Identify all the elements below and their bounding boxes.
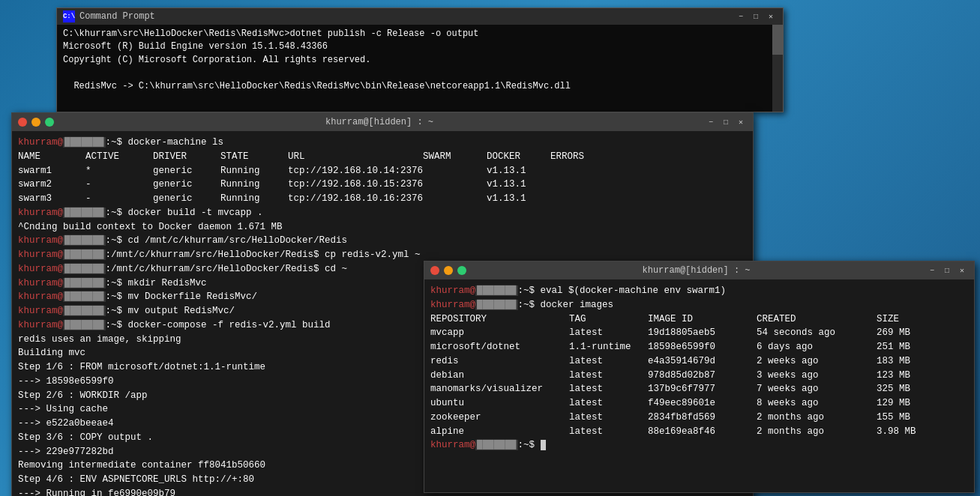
ubuntu-small-maximize-button[interactable]: □ [941,265,953,276]
cmd-line-2: Microsoft (R) Build Engine version 15.1.… [63,40,777,53]
cmd-content: C:\khurram\src\HelloDocker\Redis\RedisMv… [57,25,783,112]
ubuntu-minimize-button[interactable]: − [705,117,717,127]
final-prompt: khurram@███████:~$ [430,438,968,453]
image-row-redis: redislateste4a35914679d2 weeks ago183 MB [430,354,968,369]
maximize-button[interactable]: □ [750,11,762,22]
cmd-line-3: Copyright (C) Microsoft Corporation. All… [63,54,777,67]
titlebar-controls[interactable]: − □ ✕ [735,11,777,22]
cmd-cp-redis-yml: khurram@███████:/mnt/c/khurram/src/Hello… [18,248,747,262]
cmd-docker-build: khurram@███████:~$ docker build -t mvcap… [18,206,747,220]
ubuntu-small-dots [430,266,466,275]
cmd-line-5: RedisMvc -> C:\khurram\src\HelloDocker\R… [63,80,777,93]
ubuntu-main-titlebar: khurram@[hidden] : ~ − □ ✕ [12,113,753,131]
minimize-dot-small[interactable] [444,266,453,275]
ubuntu-close-button[interactable]: ✕ [735,117,747,127]
close-dot[interactable] [18,118,27,127]
titlebar-left: C:\ Command Prompt [63,10,155,22]
cmd-docker-images: khurram@███████:~$ docker images [430,298,968,312]
minimize-dot[interactable] [31,118,40,127]
ubuntu-small-titlebar: khurram@[hidden] : ~ − □ ✕ [424,261,974,279]
cmd-docker-machine-ls: khurram@███████:~$ docker-machine ls [18,136,747,150]
cmd-title: Command Prompt [79,11,155,22]
scrollbar[interactable] [772,25,783,112]
maximize-dot[interactable] [45,118,54,127]
cmd-icon: C:\ [63,10,75,22]
ubuntu-main-controls: − □ ✕ [705,117,747,127]
ubuntu-small-window: khurram@[hidden] : ~ − □ ✕ khurram@█████… [424,261,975,493]
image-row-alpine: alpinelatest88e169ea8f462 months ago3.98… [430,425,968,439]
close-button[interactable]: ✕ [765,11,777,22]
image-row-visualizer: manomarks/visualizerlatest137b9c6f79777 … [430,382,968,396]
image-row-debian: debianlatest978d85d02b873 weeks ago123 M… [430,369,968,383]
image-row-zookeeper: zookeeperlatest2834fb8fd5692 months ago1… [430,411,968,425]
cmd-window: C:\ Command Prompt − □ ✕ C:\khurram\src\… [56,7,784,112]
cnding-context: ^Cnding build context to Docker daemon 1… [18,220,747,235]
ubuntu-main-title: khurram@[hidden] : ~ [54,117,705,127]
docker-machine-table-header: NAMEACTIVEDRIVERSTATEURLSWARMDOCKERERROR… [18,150,747,164]
minimize-button[interactable]: − [735,11,747,22]
ubuntu-maximize-button[interactable]: □ [720,117,732,127]
ubuntu-small-content: khurram@███████:~$ eval $(docker-machine… [424,279,974,492]
cmd-line-1: C:\khurram\src\HelloDocker\Redis\RedisMv… [63,28,777,40]
image-row-ubuntu: ubuntulatestf49eec89601e8 weeks ago129 M… [430,396,968,411]
cmd-cd-redis: khurram@███████:~$ cd /mnt/c/khurram/src… [18,234,747,248]
cmd-eval: khurram@███████:~$ eval $(docker-machine… [430,284,968,298]
scrollbar-thumb[interactable] [772,25,783,55]
ubuntu-small-title: khurram@[hidden] : ~ [466,265,926,276]
swarm2-row: swarm2-genericRunningtcp://192.168.10.15… [18,178,747,192]
ubuntu-small-close-button[interactable]: ✕ [956,265,968,276]
desktop: C:\ Command Prompt − □ ✕ C:\khurram\src\… [0,0,980,496]
swarm3-row: swarm3-genericRunningtcp://192.168.10.16… [18,192,747,206]
ubuntu-dots [18,118,54,127]
image-row-dotnet: microsoft/dotnet1.1-runtime18598e6599f06… [430,340,968,354]
swarm1-row: swarm1*genericRunningtcp://192.168.10.14… [18,164,747,178]
cmd-line-4 [63,67,777,79]
maximize-dot-small[interactable] [457,266,466,275]
docker-images-header: REPOSITORYTAGIMAGE IDCREATEDSIZE [430,312,968,327]
cmd-titlebar: C:\ Command Prompt − □ ✕ [57,8,783,25]
ubuntu-small-controls: − □ ✕ [926,265,968,276]
image-row-mvcapp: mvcapplatest19d18805aeb554 seconds ago26… [430,326,968,340]
close-dot-small[interactable] [430,266,439,275]
ubuntu-small-minimize-button[interactable]: − [926,265,938,276]
